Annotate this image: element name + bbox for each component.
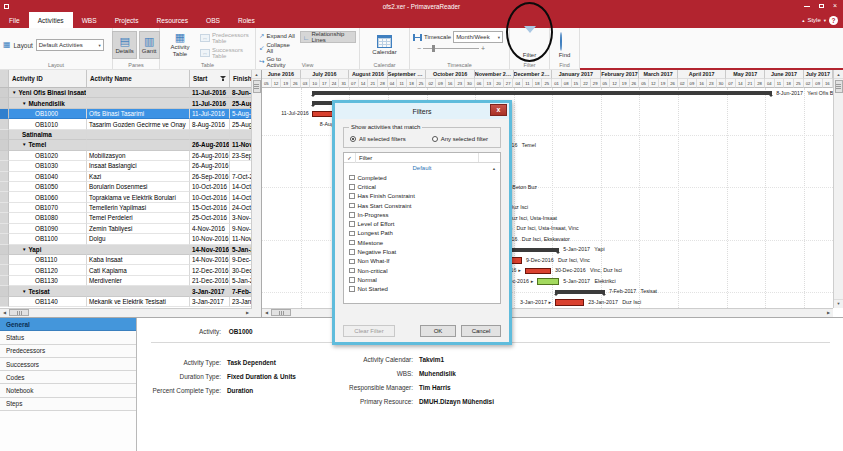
scrollbar-thumb[interactable] [271,309,291,316]
help-button[interactable]: ? [829,16,838,25]
scroll-up-icon[interactable]: ▲ [252,70,261,79]
find-button[interactable]: Find [556,31,574,60]
column-header-finish[interactable]: Finish [230,70,252,87]
details-tab-successors[interactable]: Successors [0,358,136,371]
timescale-dropdown[interactable]: Month/Week ▾ [453,31,503,43]
filter-checkbox-item[interactable]: Critical [344,182,500,191]
scroll-right-icon[interactable]: ▶ [824,309,833,318]
scroll-right-icon[interactable]: ▶ [243,309,252,318]
checkbox-icon[interactable] [349,259,355,265]
checkbox-icon[interactable] [349,193,355,199]
table-row[interactable]: OB1050Borularin Dosenmesi10-Oct-201614-O… [0,182,261,192]
expand-all-button[interactable]: ↗ Expand All [259,32,296,40]
table-row[interactable]: OB1110Kaba Insaat14-Nov-20169-Dec-2016 [0,255,261,265]
table-row[interactable]: ▼Tesisat3-Jan-20177-Feb-2017 [0,286,261,296]
details-tab-predecessors[interactable]: Predecessors [0,345,136,358]
filter-checkbox-item[interactable]: Non What-If [344,257,500,266]
chevron-down-icon[interactable]: ▼ [22,289,26,294]
cancel-button[interactable]: Cancel [461,325,501,337]
scrollbar-thumb[interactable] [253,80,261,93]
table-row[interactable]: OB1080Temel Perdeleri25-Oct-20163-Nov-20… [0,213,261,223]
table-row[interactable]: ▼Muhendislik11-Jul-201625-Aug-2016 [0,98,261,108]
details-tab-steps[interactable]: Steps [0,398,136,411]
table-row[interactable]: OB1090Zemin Tabliyesi4-Nov-20169-Nov-201… [0,224,261,234]
gantt-summary-bar[interactable] [555,290,605,294]
filter-checkbox-item[interactable]: Level of Effort [344,219,500,228]
zoom-out-icon[interactable]: − [417,45,421,52]
scroll-left-icon[interactable]: ◀ [262,309,271,318]
filter-group-default[interactable]: Default ▲ [344,163,500,173]
dialog-close-button[interactable]: x [490,104,507,116]
scrollbar-thumb[interactable] [835,80,843,93]
menu-tab-obs[interactable]: OBS [197,12,229,28]
table-row[interactable]: OB1140Mekanik ve Elektrik Tesisati3-Jan-… [0,297,261,307]
relationship-lines-button[interactable]: ∟ Relationship Lines [300,31,356,43]
checkbox-icon[interactable] [349,277,355,283]
checkbox-icon[interactable] [349,268,355,274]
checkbox-icon[interactable] [349,175,355,181]
table-row[interactable]: OB1100Dolgu10-Nov-201611-Nov-2016 [0,234,261,244]
scroll-up-icon[interactable]: ▲ [834,70,843,79]
column-header-start[interactable]: Start [190,70,230,87]
close-button[interactable]: × [833,3,837,9]
chevron-down-icon[interactable]: ▼ [22,142,26,147]
filter-checkbox-item[interactable]: Has Finish Constraint [344,192,500,201]
menu-tab-wbs[interactable]: WBS [73,12,106,28]
style-dropdown-icon[interactable]: ▾ [824,18,826,23]
scroll-left-icon[interactable]: ◀ [0,309,9,318]
table-row[interactable]: OB1020Mobilizasyon26-Aug-201623-Sep-2016 [0,151,261,161]
details-tab-codes[interactable]: Codes [0,371,136,384]
table-row[interactable]: OB1010Tasarim Gozden Gecirme ve Onay8-Au… [0,119,261,129]
slider-thumb[interactable] [432,45,435,52]
dialog-title-bar[interactable]: Filters x [335,103,509,119]
menu-tab-resources[interactable]: Resources [148,12,198,28]
filter-checkbox-item[interactable]: Not Started [344,285,500,294]
filter-checkbox-item[interactable]: In-Progress [344,210,500,219]
filter-checkbox-item[interactable]: Non-critical [344,266,500,275]
table-horizontal-scrollbar[interactable]: ◀ ▶ [0,308,252,318]
checkbox-icon[interactable] [349,286,355,292]
chevron-down-icon[interactable]: ▼ [22,247,26,252]
table-row[interactable]: OB1030Insaat Baslangici26-Aug-2016 [0,161,261,171]
filter-checkbox-item[interactable]: Completed [344,173,500,182]
scroll-down-icon[interactable]: ▼ [834,299,843,308]
ok-button[interactable]: OK [420,325,456,337]
details-tab-notebook[interactable]: Notebook [0,384,136,397]
filter-checkbox-item[interactable]: Has Start Constraint [344,201,500,210]
menu-tab-file[interactable]: File [0,12,29,28]
style-menu[interactable]: Style [807,17,820,23]
details-tab-status[interactable]: Status [0,331,136,344]
table-row[interactable]: Satinalma [0,130,261,140]
maximize-button[interactable] [819,4,824,8]
layout-dropdown[interactable]: Default Activities ▾ [36,39,104,51]
chevron-down-icon[interactable]: ▼ [22,101,26,106]
checkbox-icon[interactable] [349,212,355,218]
table-vertical-scrollbar[interactable]: ▲ [251,70,261,317]
menu-tab-activities[interactable]: Activities [29,12,73,28]
table-row[interactable]: OB1060Topraklama ve Elektrik Borulari10-… [0,192,261,202]
table-row[interactable]: OB1130Merdivenler21-Dec-20165-Jan-2017 [0,276,261,286]
filter-checkbox-item[interactable]: Negative Float [344,247,500,256]
timescale-slider[interactable] [423,48,479,49]
collapse-icon[interactable]: ▲ [492,164,496,174]
details-tab-general[interactable]: General [0,318,136,331]
menu-tab-roles[interactable]: Roles [229,12,264,28]
gantt-task-bar[interactable] [555,299,584,306]
column-header-activity-name[interactable]: Activity Name [87,70,190,87]
scrollbar-thumb[interactable] [9,309,29,316]
checkbox-icon[interactable] [349,184,355,190]
table-row[interactable]: ▼Yeni Ofis Binasi Insaati11-Jul-20168-Ju… [0,88,261,98]
filter-checkbox-item[interactable]: Longest Path [344,229,500,238]
column-filter-icon[interactable] [220,76,226,82]
zoom-in-icon[interactable]: + [481,45,485,52]
checkbox-icon[interactable] [349,240,355,246]
table-row[interactable]: OB1070Temellerin Yapilmasi15-Oct-201624-… [0,203,261,213]
calendar-button[interactable]: Calendar [369,33,399,57]
column-header-activity-id[interactable]: Activity ID [9,70,87,87]
gantt-summary-bar[interactable] [312,91,772,95]
checkbox-icon[interactable] [349,203,355,209]
table-row[interactable]: OB1040Kazi26-Sep-20167-Oct-2016 [0,172,261,182]
details-toggle-button[interactable]: ▤ Details [112,31,136,59]
radio-all-selected-filters[interactable]: All selected filters [350,136,406,142]
chevron-down-icon[interactable]: ▼ [12,90,16,95]
